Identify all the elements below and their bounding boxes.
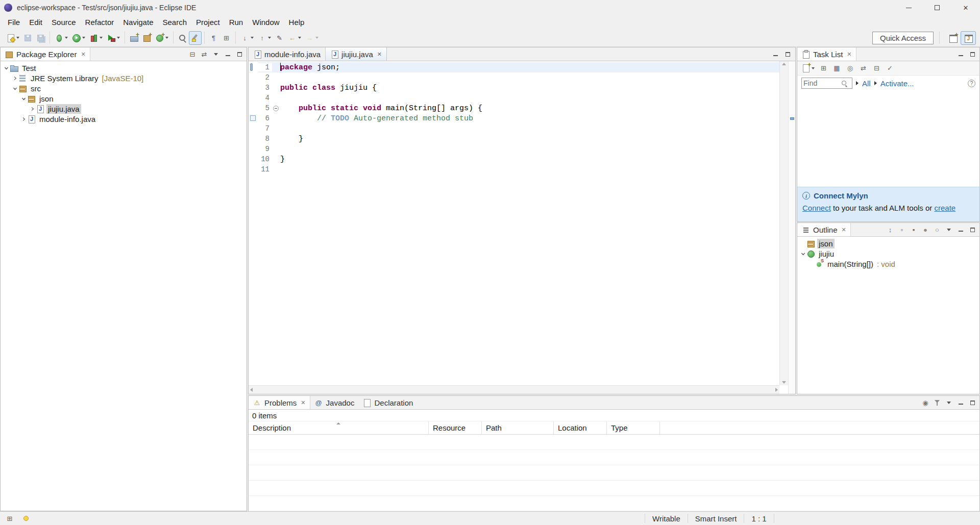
back-button[interactable]: ← [286, 31, 303, 45]
minimize-button[interactable] [955, 224, 966, 235]
line-number[interactable]: 7 [258, 124, 272, 133]
menu-help[interactable]: Help [284, 16, 309, 28]
menu-navigate[interactable]: Navigate [118, 16, 158, 28]
maximize-button[interactable] [782, 48, 793, 60]
explorer-item-test[interactable]: Test [1, 63, 247, 73]
prev-annotation-button[interactable]: ↑ [256, 31, 273, 45]
new-class-button[interactable] [153, 31, 170, 45]
status-tray-button[interactable]: ⊞ [4, 513, 15, 524]
show-selected-element-button[interactable]: ⊞ [220, 31, 233, 45]
maximize-window-button[interactable] [923, 0, 951, 15]
package-explorer-tab[interactable]: Package Explorer ✕ [1, 47, 90, 61]
annotation-ruler-cell[interactable] [249, 62, 258, 72]
close-view-icon[interactable]: ✕ [81, 51, 85, 58]
explorer-item-jiujiu-java[interactable]: jiujiu.java [1, 104, 247, 114]
explorer-item-module-info-java[interactable]: module-info.java [1, 114, 247, 124]
code-text[interactable]: } [280, 155, 779, 164]
categorized-button[interactable]: ⊞ [817, 61, 830, 75]
collapse-all-button[interactable]: ⊟ [870, 61, 883, 75]
outline-item-jiujiu[interactable]: jiujiu [797, 248, 979, 259]
view-menu-button[interactable] [943, 397, 954, 408]
annotation-ruler-cell[interactable] [249, 72, 258, 83]
close-view-icon[interactable]: ✕ [847, 51, 851, 58]
maximize-button[interactable] [967, 48, 978, 60]
new-task-button[interactable] [799, 61, 817, 75]
line-number[interactable]: 11 [258, 165, 272, 173]
annotation-ruler-cell[interactable] [249, 83, 258, 93]
hide-completed-button[interactable]: ✓ [884, 61, 896, 75]
task-annotation-marker[interactable] [790, 117, 794, 120]
scroll-right-icon[interactable] [775, 388, 778, 392]
link-with-editor-button[interactable]: ⇄ [857, 61, 870, 75]
last-edit-location-button[interactable]: ✎ [273, 31, 286, 45]
column-header-description[interactable]: Description [249, 421, 429, 434]
hide-fields-button[interactable]: ▫ [896, 224, 908, 235]
annotation-ruler-cell[interactable] [249, 134, 258, 144]
maximize-button[interactable] [967, 224, 978, 235]
dropdown-arrow-icon[interactable] [251, 37, 254, 39]
explorer-item-json[interactable]: json [1, 93, 247, 104]
minimize-button[interactable] [955, 397, 966, 408]
external-tools-button[interactable] [105, 31, 122, 45]
line-number[interactable]: 8 [258, 135, 272, 143]
debug-button[interactable] [53, 31, 70, 45]
scroll-up-icon[interactable] [782, 63, 786, 65]
collapse-region-icon[interactable] [273, 106, 279, 111]
help-icon[interactable]: ? [968, 80, 975, 87]
scope-all-link[interactable]: All [862, 79, 871, 88]
menu-search[interactable]: Search [158, 16, 191, 28]
collapse-all-button[interactable]: ⊟ [187, 48, 198, 60]
line-number[interactable]: 5 [258, 104, 272, 112]
chevron-expanded-icon[interactable] [3, 66, 10, 70]
view-menu-button[interactable] [943, 224, 954, 235]
menu-edit[interactable]: Edit [24, 16, 47, 28]
mark-occurrences-button[interactable] [189, 31, 202, 45]
outline-item-json[interactable]: json [797, 238, 979, 248]
column-header-location[interactable]: Location [554, 421, 607, 434]
open-perspective-button[interactable] [945, 31, 961, 45]
coverage-button[interactable] [87, 31, 105, 45]
hide-local-types-button[interactable]: ○ [932, 224, 943, 235]
menu-refactor[interactable]: Refactor [81, 16, 119, 28]
close-window-button[interactable]: ✕ [951, 0, 980, 15]
dropdown-arrow-icon[interactable] [16, 37, 19, 39]
quick-access-box[interactable]: Quick Access [872, 32, 934, 44]
sort-button[interactable]: ↕ [885, 224, 896, 235]
view-menu-button[interactable] [210, 48, 222, 60]
explorer-item-src[interactable]: src [1, 83, 247, 93]
annotation-ruler-cell[interactable] [249, 93, 258, 103]
filters-button[interactable] [932, 397, 943, 408]
close-tab-icon[interactable]: ✕ [377, 51, 382, 58]
chevron-collapsed-icon[interactable] [29, 107, 36, 111]
dropdown-arrow-icon[interactable] [165, 37, 168, 39]
chevron-collapsed-icon[interactable] [11, 76, 18, 81]
scheduled-button[interactable]: ▦ [830, 61, 843, 75]
chevron-expanded-icon[interactable] [20, 96, 27, 101]
maximize-button[interactable] [967, 397, 978, 408]
menu-file[interactable]: File [3, 16, 24, 28]
editor-tab-module-info-java[interactable]: module-info.java [249, 47, 326, 61]
code-text[interactable]: } [280, 135, 779, 143]
dropdown-arrow-icon[interactable] [100, 37, 103, 39]
annotation-ruler-cell[interactable] [249, 154, 258, 164]
line-number[interactable]: 10 [258, 155, 272, 163]
annotation-ruler-cell[interactable] [249, 144, 258, 154]
java-perspective-button[interactable] [961, 31, 976, 45]
code-text[interactable]: public static void main(String[] args) { [280, 104, 779, 113]
vertical-scrollbar[interactable] [779, 61, 788, 385]
annotation-ruler-cell[interactable] [249, 103, 258, 113]
close-view-icon[interactable]: ✕ [842, 227, 846, 233]
maximize-button[interactable] [234, 48, 245, 60]
line-number[interactable]: 2 [258, 73, 272, 82]
chevron-collapsed-icon[interactable] [20, 117, 27, 121]
mylyn-create-link[interactable]: create [934, 204, 955, 212]
line-number[interactable]: 1 [258, 63, 272, 71]
menu-window[interactable]: Window [248, 16, 284, 28]
link-with-editor-button[interactable]: ⇄ [199, 48, 210, 60]
menu-project[interactable]: Project [191, 16, 225, 28]
new-java-project-button[interactable] [128, 31, 140, 45]
scroll-left-icon[interactable] [250, 388, 253, 392]
annotation-ruler-cell[interactable] [249, 164, 258, 174]
hide-non-public-members-button[interactable]: ● [920, 224, 931, 235]
close-view-icon[interactable]: ✕ [301, 399, 305, 406]
